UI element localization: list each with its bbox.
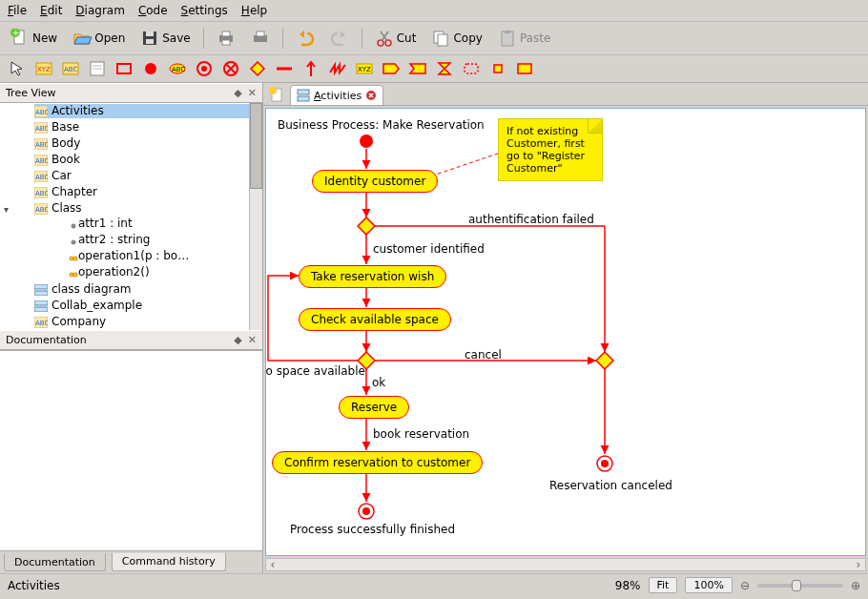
paste-button[interactable]: Paste [493, 26, 555, 51]
save-button[interactable]: Save [135, 26, 195, 51]
tree-item[interactable]: operation1(p : bo… [52, 248, 262, 264]
yellow-rect-tool[interactable] [515, 59, 534, 78]
tree-view[interactable]: ABCActivitiesABCBaseABCBodyABCBookABCCar… [0, 103, 262, 330]
tab-documentation[interactable]: Documentation [4, 553, 106, 571]
svg-text:ABC: ABC [35, 206, 48, 214]
tree-item[interactable]: ABCClass▾ attr1 : int attr2 : string ope… [17, 200, 262, 281]
signal-send-tool[interactable] [382, 59, 401, 78]
note-tool[interactable] [88, 59, 107, 78]
tree-item[interactable]: class diagram [17, 281, 262, 298]
menu-edit[interactable]: Edit [40, 4, 62, 17]
tree-item[interactable]: attr2 : string [52, 232, 262, 248]
rect-tool[interactable] [114, 59, 134, 78]
tree-close-icon[interactable]: ✕ [248, 87, 257, 99]
tree-item[interactable]: ABCCar [17, 168, 262, 184]
pointer-tool[interactable] [8, 59, 27, 78]
undo-icon [296, 29, 315, 48]
canvas-hscroll[interactable]: ‹› [265, 558, 866, 571]
status-context: Activities [8, 579, 60, 592]
diagram-canvas[interactable]: Business Process: Make Reservation Ident… [265, 108, 866, 556]
arrow-up-tool[interactable] [301, 59, 320, 78]
new-button[interactable]: + New [6, 26, 62, 51]
print-button[interactable] [212, 26, 240, 51]
tree-item[interactable]: attr1 : int [52, 216, 262, 232]
menu-settings[interactable]: Settings [181, 4, 228, 17]
editor-tabbar: AActivitiesctivities [263, 83, 868, 106]
documentation-text[interactable] [0, 351, 262, 529]
small-square-tool[interactable] [488, 59, 507, 78]
tree-panel-title: Tree View ◆✕ [0, 83, 262, 103]
tree-expander[interactable]: ▾ [4, 202, 15, 214]
menu-code[interactable]: Code [138, 4, 168, 17]
svg-point-56 [70, 257, 73, 260]
menu-help[interactable]: Help [241, 4, 267, 17]
tree-item[interactable]: ABCActivities [17, 103, 262, 119]
zigzag-tool[interactable] [328, 59, 347, 78]
zoom-in-button[interactable]: ⊕ [851, 579, 860, 592]
zoom-out-button[interactable]: ⊖ [740, 579, 750, 592]
hourglass-tool[interactable] [435, 59, 454, 78]
end-success[interactable] [358, 503, 375, 520]
doc-detach-icon[interactable]: ◆ [234, 334, 241, 346]
cut-button[interactable]: Cut [370, 26, 422, 51]
text-tool-2[interactable]: ABC [61, 59, 80, 78]
zoom-100-button[interactable]: 100% [685, 577, 732, 593]
undo-button[interactable] [291, 26, 320, 51]
open-button[interactable]: Open [68, 26, 130, 51]
menu-file[interactable]: FFileile [8, 4, 27, 17]
tree-item[interactable]: ABCChapter [17, 184, 262, 200]
label-cancel: cancel [465, 348, 502, 361]
cross-circle-tool[interactable] [221, 59, 240, 78]
editor-tab-activities[interactable]: AActivitiesctivities [290, 85, 383, 105]
xyz-box-tool[interactable]: XYZ [355, 59, 374, 78]
tree-detach-icon[interactable]: ◆ [234, 87, 241, 99]
paste-icon [498, 29, 517, 48]
copy-icon [431, 29, 450, 48]
svg-rect-60 [34, 284, 48, 289]
tree-item[interactable]: ABCCompany [17, 314, 262, 330]
start-node[interactable] [359, 134, 374, 149]
activity-confirm[interactable]: Confirm reservation to customer [272, 451, 483, 474]
activity-check[interactable]: Check available space [299, 308, 451, 331]
new-diagram-tab[interactable] [267, 86, 288, 105]
tab-close-icon[interactable] [365, 90, 377, 101]
redo-button[interactable] [325, 26, 354, 51]
ring-circle-tool[interactable] [195, 59, 214, 78]
tree-item[interactable]: operation2() [52, 264, 262, 280]
print-setup-icon [251, 29, 270, 48]
activity-take[interactable]: Take reservation wish [299, 265, 446, 288]
tab-command-history[interactable]: Command history [112, 553, 226, 571]
hline-tool[interactable] [275, 59, 294, 78]
activity-identity[interactable]: Identity customer [312, 170, 438, 193]
dashed-rect-tool[interactable] [462, 59, 481, 78]
end-canceled[interactable] [596, 455, 613, 472]
signal-recv-tool[interactable] [408, 59, 427, 78]
text-tool-1[interactable]: XYZ [34, 59, 53, 78]
redo-icon [330, 29, 349, 48]
doc-close-icon[interactable]: ✕ [248, 334, 257, 346]
svg-point-12 [385, 40, 391, 46]
menu-diagram[interactable]: Diagram [75, 4, 125, 17]
diagram-note[interactable]: If not existing Customer, first go to "R… [498, 118, 603, 181]
label-tool[interactable]: ABC [168, 59, 187, 78]
svg-rect-38 [494, 65, 502, 72]
svg-rect-8 [222, 40, 230, 45]
tree-item[interactable]: ABCBody [17, 135, 262, 152]
zoom-slider[interactable] [757, 584, 843, 588]
copy-button[interactable]: Copy [426, 26, 486, 51]
activity-reserve[interactable]: Reserve [339, 396, 409, 419]
tree-scrollbar[interactable] [249, 103, 262, 330]
decision-auth[interactable] [357, 217, 376, 236]
print-setup-button[interactable] [246, 26, 275, 51]
print-icon [217, 29, 236, 48]
shape-toolbox: XYZ ABC ABC XYZ [0, 55, 868, 83]
diamond-tool[interactable] [248, 59, 267, 78]
svg-rect-61 [34, 291, 48, 296]
zoom-fit-button[interactable]: Fit [649, 577, 678, 593]
tree-item[interactable]: Collab_example [17, 298, 262, 314]
tree-item[interactable]: ABCBase [17, 119, 262, 135]
tree-item[interactable]: ABCBook [17, 152, 262, 168]
solid-circle-tool[interactable] [141, 59, 160, 78]
merge-diamond[interactable] [595, 351, 614, 370]
svg-point-59 [73, 273, 77, 277]
